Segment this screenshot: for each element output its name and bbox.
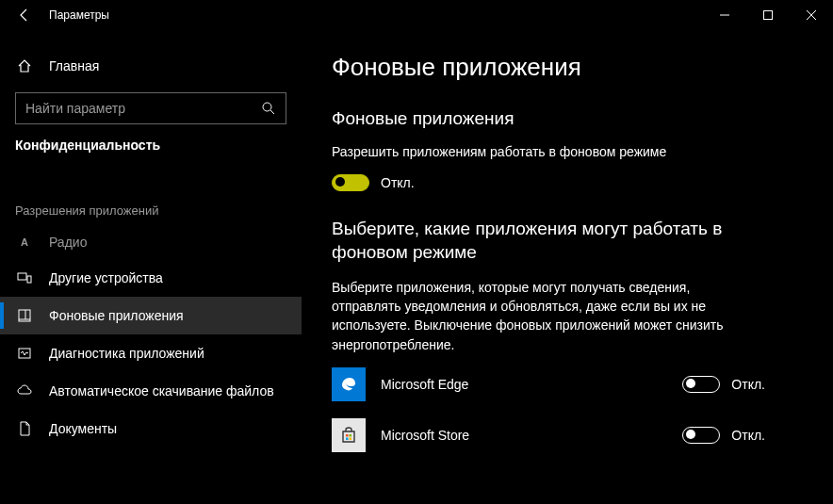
search-icon (261, 101, 276, 116)
search-input[interactable] (25, 101, 261, 116)
svg-point-2 (263, 103, 271, 111)
app-row-store: Microsoft Store Откл. (332, 418, 803, 452)
svg-line-3 (270, 110, 274, 114)
store-icon (332, 418, 366, 452)
sidebar-section-title: Конфиденциальность (0, 138, 302, 166)
app-toggle-store[interactable] (682, 427, 720, 444)
sidebar-item-radio[interactable]: A Радио (0, 225, 302, 259)
svg-rect-11 (350, 434, 352, 437)
sidebar-item-label: Диагностика приложений (49, 346, 204, 361)
sidebar-item-background-apps[interactable]: Фоновые приложения (0, 297, 302, 334)
sidebar-item-label: Другие устройства (49, 270, 163, 285)
diagnostics-icon (15, 346, 34, 361)
sidebar-home[interactable]: Главная (0, 47, 302, 85)
svg-rect-13 (350, 437, 352, 440)
documents-icon (15, 421, 34, 436)
sidebar-item-label: Документы (49, 421, 117, 436)
section-description-2: Выберите приложения, которые могут получ… (332, 278, 746, 354)
app-row-edge: Microsoft Edge Откл. (332, 367, 803, 401)
app-toggle-edge[interactable] (682, 376, 720, 393)
app-name: Microsoft Edge (381, 377, 682, 392)
edge-icon (332, 367, 366, 401)
app-toggle-state: Откл. (731, 428, 765, 443)
page-title: Фоновые приложения (332, 53, 803, 82)
sidebar-item-label: Автоматическое скачивание файлов (49, 383, 274, 398)
sidebar-item-label: Фоновые приложения (49, 308, 184, 323)
svg-rect-4 (18, 273, 26, 280)
sidebar: Главная Конфиденциальность Разрешения пр… (0, 30, 302, 504)
sidebar-item-other-devices[interactable]: Другие устройства (0, 259, 302, 297)
app-name: Microsoft Store (381, 428, 682, 443)
svg-rect-1 (764, 11, 773, 20)
cloud-download-icon (15, 384, 34, 398)
background-apps-icon (15, 308, 34, 323)
main-content: Фоновые приложения Фоновые приложения Ра… (302, 30, 833, 504)
section-heading-1: Фоновые приложения (332, 108, 803, 129)
svg-rect-12 (346, 437, 349, 440)
close-button[interactable] (790, 0, 833, 30)
sidebar-item-diagnostics[interactable]: Диагностика приложений (0, 334, 302, 372)
sidebar-item-label: Радио (49, 235, 87, 250)
section-heading-2: Выберите, какие приложения могут работат… (332, 218, 765, 264)
radio-icon: A (15, 236, 34, 248)
home-icon (15, 58, 34, 73)
sidebar-home-label: Главная (49, 58, 99, 73)
minimize-button[interactable] (703, 0, 746, 30)
allow-description: Разрешить приложениям работать в фоновом… (332, 142, 746, 161)
allow-toggle-state: Откл. (381, 175, 415, 190)
search-input-wrapper[interactable] (15, 92, 286, 124)
svg-rect-9 (19, 349, 30, 358)
maximize-button[interactable] (746, 0, 790, 30)
app-toggle-state: Откл. (731, 377, 765, 392)
svg-rect-5 (27, 276, 31, 283)
window-title: Параметры (38, 8, 703, 22)
allow-background-toggle[interactable] (332, 174, 369, 191)
sidebar-item-documents[interactable]: Документы (0, 410, 302, 447)
sidebar-group-heading: Разрешения приложений (0, 188, 302, 225)
sidebar-item-auto-download[interactable]: Автоматическое скачивание файлов (0, 372, 302, 410)
devices-icon (15, 270, 34, 285)
svg-rect-10 (346, 434, 349, 437)
back-button[interactable] (11, 8, 38, 22)
